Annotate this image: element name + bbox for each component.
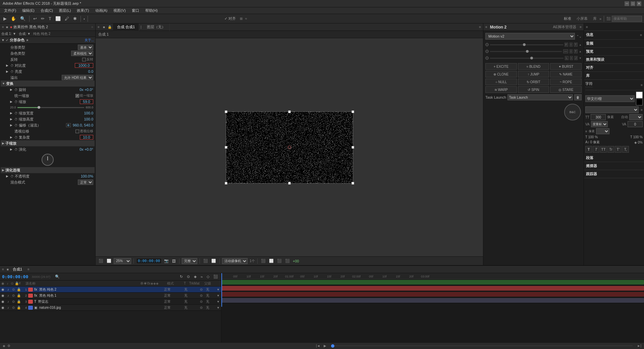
sh-value[interactable]: 100.0 bbox=[84, 117, 93, 121]
prop-complexity[interactable]: ▶ ⏱ 复杂度 10.0 bbox=[1, 134, 95, 140]
prop-contrast[interactable]: ▶ ⏱ 对比度 1000.0 bbox=[1, 62, 95, 68]
leading-select[interactable] bbox=[629, 114, 643, 120]
project-tab[interactable]: ■ bbox=[6, 25, 8, 29]
panel-menu-icon[interactable]: ≡ bbox=[2, 25, 4, 29]
tl-draft-icon[interactable]: ◇ bbox=[206, 274, 210, 279]
menu-layer[interactable]: 图层(L) bbox=[56, 7, 73, 14]
btn-j[interactable]: J bbox=[574, 56, 578, 60]
excite-button[interactable]: + EXCITE bbox=[485, 63, 517, 70]
text-color-swatch[interactable] bbox=[636, 92, 643, 98]
tracking-input[interactable] bbox=[628, 121, 643, 127]
section-subscale[interactable]: ▶ 子缩放 bbox=[1, 140, 95, 146]
tl-duration-bar[interactable] bbox=[331, 345, 633, 346]
complexity-stopwatch[interactable]: ⏱ bbox=[14, 136, 18, 139]
comp-tab-layer[interactable]: 图层（无） bbox=[143, 23, 170, 31]
invert-checkbox[interactable] bbox=[82, 58, 86, 61]
prop-uniform-scale[interactable]: 统一缩放 ✓ 统一缩放 bbox=[1, 93, 95, 99]
show-snapshot-icon[interactable]: 🖼 bbox=[171, 259, 177, 263]
blend-mode-select[interactable]: 正常 bbox=[78, 180, 93, 185]
prop-select-fractal[interactable]: 基本 bbox=[78, 45, 93, 50]
motion2-version-select[interactable]: Motion v2 bbox=[485, 33, 575, 40]
safe-zones-icon[interactable]: ⬜ bbox=[106, 259, 112, 263]
comp-sub-1[interactable]: 合成 1 bbox=[98, 32, 109, 37]
btn-t1[interactable]: T bbox=[574, 43, 578, 47]
spin-button[interactable]: ↺ SPIN bbox=[518, 86, 549, 93]
toggle-mask-icon[interactable]: ⬜ bbox=[210, 259, 217, 263]
name-button[interactable]: ✎ NAME bbox=[550, 71, 582, 78]
menu-file[interactable]: 文件(F) bbox=[1, 7, 19, 14]
tl-graph-icon[interactable]: ⬛ bbox=[212, 274, 219, 279]
tl-play-button[interactable]: ▶ bbox=[324, 344, 326, 348]
allcaps-style-button[interactable]: TT bbox=[600, 146, 607, 153]
fast-preview-icon[interactable]: ⬛ bbox=[276, 259, 283, 263]
layer4-audio[interactable]: ♪ bbox=[7, 306, 11, 309]
layer2-eye[interactable]: ◉ bbox=[1, 294, 7, 297]
layer2-lock[interactable]: 🔒 bbox=[17, 294, 21, 297]
rotation-stopwatch[interactable]: ⏱ bbox=[14, 88, 18, 92]
clone-button[interactable]: ⊕ CLONE bbox=[485, 71, 517, 78]
blend-button[interactable]: ≈ BLEND bbox=[518, 63, 549, 70]
region-icon[interactable]: ⬛ bbox=[202, 259, 209, 263]
italic-style-button[interactable]: T bbox=[593, 146, 599, 153]
slider2-thumb[interactable] bbox=[526, 50, 529, 53]
minimize-button[interactable]: ─ bbox=[625, 1, 629, 6]
layer1-lock[interactable]: 🔒 bbox=[17, 288, 21, 291]
prop-offset[interactable]: ▶ ⏱ 偏移（湍流） ⊕ 960.0, 540.0 bbox=[1, 122, 95, 128]
tl-duration-handle[interactable] bbox=[331, 344, 334, 348]
slider1-thumb[interactable] bbox=[523, 43, 526, 46]
btn-i1[interactable]: I bbox=[570, 43, 573, 47]
null-button[interactable]: ○ NULL bbox=[485, 79, 517, 85]
prop-invert[interactable]: 反转 反转 bbox=[1, 56, 95, 62]
perspective-checkbox[interactable] bbox=[75, 130, 79, 133]
track-3[interactable] bbox=[221, 291, 644, 297]
layer2-solo[interactable]: ⊙ bbox=[12, 294, 16, 297]
task-delete-button[interactable]: 🗑 bbox=[574, 94, 582, 100]
workspace-smallscreen[interactable]: 小屏幕 bbox=[577, 16, 588, 21]
prop-perspective[interactable]: 透视位移 透视位移 bbox=[1, 128, 95, 134]
layer-4[interactable]: ◉ ♪ ⊙ 🔒 4 ▣ nature-016.jpg 正常 无 ⊙ 无 ▼ bbox=[0, 305, 221, 311]
tl-goto-start[interactable]: |◄ bbox=[316, 344, 320, 348]
tl-menu-icon[interactable]: ≡ bbox=[2, 267, 4, 271]
ae-script-manager-link[interactable]: AE脚本管理器 bbox=[553, 24, 576, 30]
camera-select[interactable]: 活动摄像机 bbox=[222, 258, 248, 264]
slider1-track[interactable] bbox=[490, 44, 563, 45]
zoom-select[interactable]: 25% 50% 100% bbox=[114, 258, 131, 264]
timeline-tab-comp1[interactable]: 合成1 bbox=[10, 266, 25, 272]
slider2-track[interactable] bbox=[490, 51, 562, 52]
stroke-color-swatch[interactable] bbox=[636, 99, 643, 105]
char-panel-options2[interactable]: ≡ bbox=[641, 108, 643, 112]
rotation-value[interactable]: 0x +0.0° bbox=[79, 88, 93, 92]
tl-search-icon[interactable]: 🔍 bbox=[55, 275, 60, 279]
snap-toggle[interactable]: ✓ 对齐 bbox=[224, 16, 236, 21]
prop-scale-height[interactable]: ▶ ⏱ 缩放高度 100.0 bbox=[1, 116, 95, 122]
layer2-expand[interactable]: ▼ bbox=[217, 294, 220, 297]
layer3-eye[interactable]: ◉ bbox=[1, 300, 7, 303]
tool-shape[interactable]: ⬜ bbox=[54, 15, 62, 22]
layer3-solo[interactable]: ⊙ bbox=[12, 300, 16, 303]
kerning-select[interactable]: 度量标准 bbox=[591, 121, 608, 127]
comp-tab-compose1[interactable]: 合成 合成1 bbox=[113, 23, 139, 31]
scale-slider-track[interactable] bbox=[17, 107, 85, 108]
font-select[interactable]: 华文行楷 bbox=[585, 95, 635, 102]
opacity-stopwatch[interactable]: ⏱ bbox=[10, 174, 14, 178]
slider1-up[interactable]: ▲ bbox=[579, 43, 582, 46]
prop-scale[interactable]: ▶ ⏱ 缩放 59.0 bbox=[1, 99, 95, 105]
comp-canvas[interactable] bbox=[226, 111, 353, 184]
menu-help[interactable]: 帮助(H) bbox=[143, 7, 160, 14]
anchor-rm[interactable] bbox=[352, 146, 354, 149]
comp-lock-icon[interactable]: 🔒 bbox=[106, 24, 113, 30]
preview-timecode[interactable]: 0:00:00:00 bbox=[136, 258, 162, 264]
effect-controls-title[interactable]: 效果控件 黑色 纯色 2 bbox=[13, 24, 90, 30]
vert-scale-select[interactable] bbox=[596, 128, 609, 134]
char-options-icon[interactable]: ≡ bbox=[641, 83, 643, 87]
evo-stopwatch[interactable]: ⏱ bbox=[14, 148, 18, 151]
anchor-br[interactable] bbox=[352, 182, 354, 185]
anchor-tm[interactable] bbox=[288, 110, 291, 113]
comp-options-icon[interactable]: ≡ bbox=[477, 24, 483, 30]
overlay-offset[interactable]: +00 bbox=[293, 259, 299, 263]
prop-brightness[interactable]: ▶ ⏱ 亮度 0.0 bbox=[1, 68, 95, 74]
menu-compose[interactable]: 合成(C) bbox=[38, 7, 56, 14]
maximize-button[interactable]: □ bbox=[631, 1, 635, 6]
btn-dash[interactable]: — bbox=[563, 49, 568, 53]
layer2-audio[interactable]: ♪ bbox=[7, 294, 11, 297]
